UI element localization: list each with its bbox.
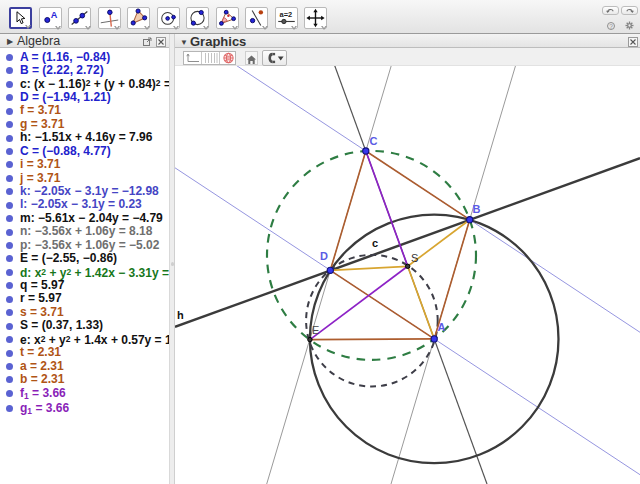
svg-text:a=2: a=2 (279, 10, 292, 19)
svg-text:B: B (473, 203, 481, 215)
svg-text:C: C (370, 135, 378, 147)
svg-text:A: A (438, 321, 446, 333)
svg-text:c: c (372, 237, 378, 249)
svg-text:A: A (50, 10, 57, 20)
svg-text:h: h (177, 309, 184, 321)
svg-text:E: E (312, 324, 319, 336)
svg-text:D: D (320, 250, 328, 262)
svg-text:S: S (411, 252, 418, 264)
